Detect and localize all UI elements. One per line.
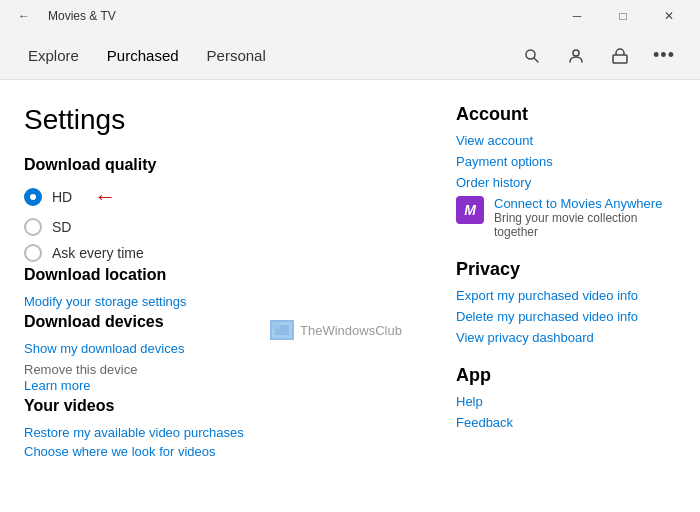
title-bar: ← Movies & TV ─ □ ✕ (0, 0, 700, 32)
privacy-dashboard-link[interactable]: View privacy dashboard (456, 330, 676, 345)
radio-sd-circle (24, 218, 42, 236)
nav-icons: ••• (512, 36, 684, 76)
maximize-button[interactable]: □ (600, 0, 646, 32)
radio-group-quality: HD ← SD Ask every time (24, 184, 416, 262)
more-button[interactable]: ••• (644, 36, 684, 76)
radio-ask-label: Ask every time (52, 245, 144, 261)
account-icon (568, 48, 584, 64)
view-account-link[interactable]: View account (456, 133, 676, 148)
arrow-annotation: ← (94, 184, 116, 210)
movies-anywhere-item[interactable]: M Connect to Movies Anywhere Bring your … (456, 196, 676, 239)
title-bar-controls: ─ □ ✕ (554, 0, 692, 32)
radio-sd-label: SD (52, 219, 71, 235)
radio-ask-every-time[interactable]: Ask every time (24, 244, 416, 262)
search-button[interactable] (512, 36, 552, 76)
privacy-title: Privacy (456, 259, 676, 280)
restore-purchases-link[interactable]: Restore my available video purchases (24, 425, 416, 440)
nav-links: Explore Purchased Personal (16, 39, 278, 72)
feedback-link[interactable]: Feedback (456, 415, 676, 430)
maximize-icon: □ (619, 9, 626, 23)
choose-location-link[interactable]: Choose where we look for videos (24, 444, 416, 459)
learn-more-link[interactable]: Learn more (24, 378, 416, 393)
close-icon: ✕ (664, 9, 674, 23)
red-arrow-icon: ← (94, 184, 116, 209)
store-button[interactable] (600, 36, 640, 76)
watermark-text: TheWindowsClub (300, 323, 402, 338)
modify-storage-link[interactable]: Modify your storage settings (24, 294, 416, 309)
account-button[interactable] (556, 36, 596, 76)
title-bar-left: ← Movies & TV (8, 0, 116, 32)
close-button[interactable]: ✕ (646, 0, 692, 32)
payment-options-link[interactable]: Payment options (456, 154, 676, 169)
page-title: Settings (24, 104, 416, 136)
svg-line-1 (534, 58, 538, 62)
account-title: Account (456, 104, 676, 125)
svg-rect-3 (613, 55, 627, 63)
radio-hd[interactable]: HD ← (24, 184, 416, 210)
search-icon (524, 48, 540, 64)
privacy-section: Privacy Export my purchased video info D… (456, 259, 676, 345)
your-videos-section: Your videos Restore my available video p… (24, 397, 416, 463)
nav-bar: Explore Purchased Personal ••• (0, 32, 700, 80)
download-location-section: Download location Modify your storage se… (24, 266, 416, 313)
left-column: Settings Download quality HD ← SD (24, 104, 416, 496)
nav-explore[interactable]: Explore (16, 39, 91, 72)
nav-purchased[interactable]: Purchased (95, 39, 191, 72)
radio-hd-label: HD (52, 189, 72, 205)
remove-device-text: Remove this device (24, 362, 137, 377)
account-section: Account View account Payment options Ord… (456, 104, 676, 239)
app-section: App Help Feedback (456, 365, 676, 430)
export-video-info-link[interactable]: Export my purchased video info (456, 288, 676, 303)
main-wrapper: Settings Download quality HD ← SD (0, 80, 700, 512)
download-quality-title: Download quality (24, 156, 416, 174)
radio-hd-circle (24, 188, 42, 206)
movies-anywhere-icon: M (456, 196, 484, 224)
order-history-link[interactable]: Order history (456, 175, 676, 190)
watermark-icon (270, 320, 294, 340)
your-videos-title: Your videos (24, 397, 416, 415)
minimize-button[interactable]: ─ (554, 0, 600, 32)
movies-anywhere-text: Connect to Movies Anywhere Bring your mo… (494, 196, 676, 239)
title-bar-title: Movies & TV (48, 9, 116, 23)
right-column: Account View account Payment options Ord… (456, 104, 676, 496)
back-icon: ← (18, 9, 30, 23)
svg-rect-6 (272, 322, 280, 330)
radio-ask-circle (24, 244, 42, 262)
download-location-title: Download location (24, 266, 416, 284)
show-download-devices-link[interactable]: Show my download devices (24, 341, 416, 356)
movies-anywhere-subtitle: Bring your movie collection together (494, 211, 676, 239)
download-quality-section: Download quality HD ← SD (24, 156, 416, 266)
delete-video-info-link[interactable]: Delete my purchased video info (456, 309, 676, 324)
radio-sd[interactable]: SD (24, 218, 416, 236)
movies-anywhere-title[interactable]: Connect to Movies Anywhere (494, 196, 676, 211)
svg-point-2 (573, 50, 579, 56)
help-link[interactable]: Help (456, 394, 676, 409)
app-title: App (456, 365, 676, 386)
nav-personal[interactable]: Personal (195, 39, 278, 72)
watermark: TheWindowsClub (270, 320, 402, 340)
back-button[interactable]: ← (8, 0, 40, 32)
store-icon (612, 48, 628, 64)
minimize-icon: ─ (573, 9, 582, 23)
more-icon: ••• (653, 45, 675, 66)
main-content: Settings Download quality HD ← SD (0, 80, 700, 512)
